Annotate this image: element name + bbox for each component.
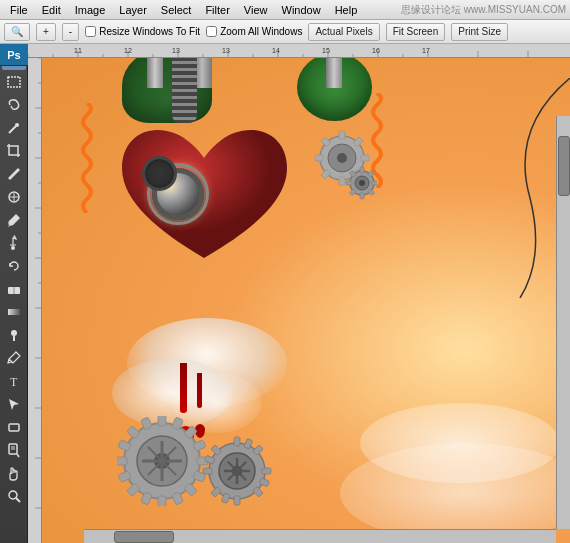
menu-help[interactable]: Help [329, 0, 364, 19]
svg-text:17: 17 [422, 47, 430, 54]
svg-rect-19 [28, 44, 570, 58]
svg-rect-80 [346, 181, 352, 185]
svg-rect-77 [360, 167, 364, 173]
bottom-gears [117, 416, 287, 508]
zoom-all-group: Zoom All Windows [206, 26, 302, 37]
svg-rect-66 [339, 131, 345, 139]
svg-rect-0 [8, 77, 20, 87]
svg-rect-117 [262, 468, 271, 474]
watermark-text: 思缘设计论坛 www.MISSYUAN.COM [401, 3, 566, 17]
svg-rect-92 [158, 416, 166, 426]
scrollbar-vertical[interactable] [556, 116, 570, 529]
svg-text:14: 14 [272, 47, 280, 54]
tool-brush[interactable] [2, 209, 26, 231]
gear-right-group [307, 123, 377, 205]
spring-left [77, 103, 97, 213]
resize-windows-checkbox[interactable] [85, 26, 96, 37]
zoom-out-btn[interactable]: - [62, 23, 79, 41]
menu-bar: File Edit Image Layer Select Filter View… [0, 0, 570, 20]
svg-point-10 [11, 330, 17, 336]
artwork-container [92, 58, 392, 528]
tool-path-select[interactable] [2, 393, 26, 415]
tool-heal[interactable] [2, 186, 26, 208]
svg-point-76 [359, 180, 365, 186]
tool-gradient[interactable] [2, 301, 26, 323]
options-bar: 🔍 + - Resize Windows To Fit Zoom All Win… [0, 20, 570, 44]
tool-lasso[interactable] [2, 94, 26, 116]
svg-rect-95 [117, 457, 127, 465]
svg-text:16: 16 [372, 47, 380, 54]
pipe-right [326, 58, 342, 88]
svg-rect-47 [28, 58, 42, 543]
blood-drip-1 [180, 363, 187, 413]
tool-hand[interactable] [2, 462, 26, 484]
pipe-left [147, 58, 163, 88]
zoom-in-btn[interactable]: + [36, 23, 56, 41]
scrollbar-horizontal[interactable] [84, 529, 556, 543]
tool-clone[interactable] [2, 232, 26, 254]
tool-notes[interactable] [2, 439, 26, 461]
tool-panel: T [0, 44, 28, 543]
menu-edit[interactable]: Edit [36, 0, 67, 19]
fit-screen-btn[interactable]: Fit Screen [386, 23, 446, 41]
svg-rect-116 [234, 496, 240, 505]
tool-dodge[interactable] [2, 324, 26, 346]
svg-text:13: 13 [222, 47, 230, 54]
tool-marquee-rect[interactable] [2, 71, 26, 93]
canvas-area[interactable] [42, 58, 570, 543]
scrollbar-v-thumb[interactable] [558, 136, 570, 196]
resize-windows-label: Resize Windows To Fit [99, 26, 200, 37]
svg-rect-93 [158, 496, 166, 506]
svg-text:15: 15 [322, 47, 330, 54]
svg-point-65 [337, 153, 347, 163]
tool-pen[interactable] [2, 347, 26, 369]
speaker-grille [142, 156, 177, 191]
tool-shape[interactable] [2, 416, 26, 438]
heart-body [112, 103, 297, 273]
zoom-icon-btn[interactable]: 🔍 [4, 23, 30, 41]
svg-point-6 [11, 246, 15, 250]
zoom-all-label: Zoom All Windows [220, 26, 302, 37]
svg-line-1 [9, 126, 16, 133]
menu-filter[interactable]: Filter [199, 0, 235, 19]
svg-text:T: T [10, 375, 18, 389]
menu-layer[interactable]: Layer [113, 0, 153, 19]
svg-rect-68 [361, 155, 369, 161]
svg-rect-13 [9, 424, 19, 431]
svg-rect-69 [315, 155, 323, 161]
menu-select[interactable]: Select [155, 0, 198, 19]
tool-crop[interactable] [2, 140, 26, 162]
svg-point-17 [9, 491, 17, 499]
tool-type[interactable]: T [2, 370, 26, 392]
svg-text:13: 13 [172, 47, 180, 54]
ruler-top: 11 12 13 13 14 15 16 17 [28, 44, 570, 58]
tool-magic-wand[interactable] [2, 117, 26, 139]
svg-rect-9 [8, 309, 20, 315]
scrollbar-h-thumb[interactable] [114, 531, 174, 543]
ps-logo: Ps [0, 44, 28, 66]
blood-drip-2 [197, 373, 202, 408]
menu-file[interactable]: File [4, 0, 34, 19]
ruler-left [28, 58, 42, 543]
actual-pixels-btn[interactable]: Actual Pixels [308, 23, 379, 41]
svg-rect-118 [203, 468, 212, 474]
svg-text:11: 11 [74, 47, 82, 54]
resize-windows-group: Resize Windows To Fit [85, 26, 200, 37]
curved-line-art [430, 78, 570, 300]
menu-view[interactable]: View [238, 0, 274, 19]
menu-window[interactable]: Window [276, 0, 327, 19]
svg-text:12: 12 [124, 47, 132, 54]
svg-rect-79 [372, 181, 377, 185]
zoom-all-checkbox[interactable] [206, 26, 217, 37]
tool-eraser[interactable] [2, 278, 26, 300]
print-size-btn[interactable]: Print Size [451, 23, 508, 41]
tool-eyedropper[interactable] [2, 163, 26, 185]
canvas[interactable] [42, 58, 570, 543]
svg-point-2 [15, 123, 19, 127]
tool-history[interactable] [2, 255, 26, 277]
menu-image[interactable]: Image [69, 0, 112, 19]
tool-zoom[interactable] [2, 485, 26, 507]
svg-rect-78 [360, 193, 364, 199]
svg-line-18 [16, 498, 20, 502]
svg-rect-115 [234, 437, 240, 446]
